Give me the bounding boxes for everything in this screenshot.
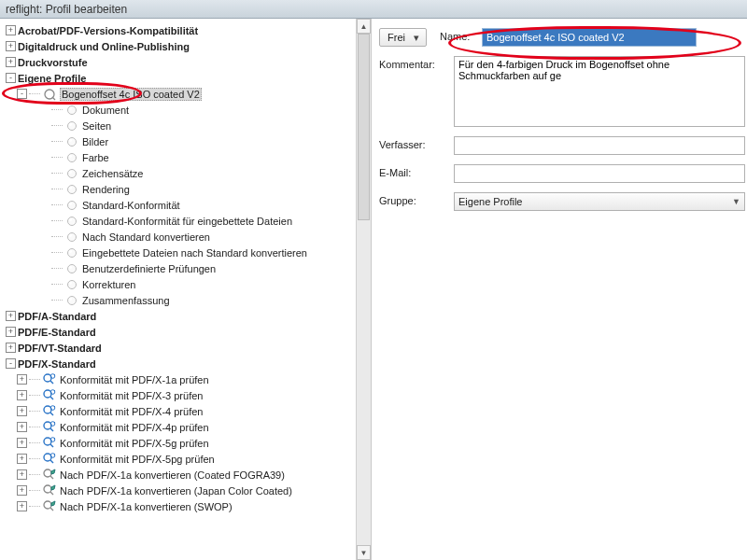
expander-icon[interactable]: +	[17, 454, 27, 464]
expander-icon[interactable]: +	[17, 406, 27, 416]
expander-icon[interactable]: +	[6, 57, 16, 67]
tree-subitem[interactable]: Seiten	[2, 118, 354, 133]
svg-point-3	[68, 121, 77, 130]
tree-subitem[interactable]: Benutzerdefinierte Prüfungen	[2, 260, 354, 276]
tree-profile[interactable]: +Nach PDF/X-1a konvertieren (SWOP)	[2, 498, 354, 514]
tree-group[interactable]: +PDF/A-Standard	[2, 308, 354, 324]
tree-group[interactable]: +Digitaldruck und Online-Publishing	[2, 38, 354, 54]
expander-icon[interactable]: +	[6, 41, 16, 51]
scroll-up-button[interactable]: ▲	[357, 19, 371, 34]
tree-item-label: Eigene Profile	[18, 73, 86, 84]
svg-point-5	[68, 137, 77, 146]
tree-group[interactable]: +Acrobat/PDF-Versions-Kompatibilität	[2, 22, 354, 38]
expander-icon[interactable]: +	[6, 25, 16, 35]
expander-icon[interactable]: +	[17, 501, 27, 511]
expander-icon[interactable]: +	[17, 374, 27, 385]
svg-point-8	[69, 155, 72, 158]
expander-icon[interactable]: +	[17, 469, 27, 480]
tree-item-label: Bilder	[82, 136, 108, 147]
bullet-icon	[64, 262, 79, 275]
svg-point-33	[44, 422, 51, 429]
tree-subitem[interactable]: Bilder	[2, 133, 354, 149]
tree-profile[interactable]: +Konformität mit PDF/X-5pg prüfen	[2, 451, 354, 467]
author-input[interactable]	[454, 136, 745, 155]
tree-item-label: Digitaldruck und Online-Publishing	[18, 41, 190, 52]
tree-item-label: Standard-Konformität für eingebettete Da…	[82, 216, 292, 227]
scroll-track[interactable]	[357, 34, 371, 545]
tree-subitem[interactable]: Nach Standard konvertieren	[2, 229, 354, 245]
tree-profile[interactable]: +Konformität mit PDF/X-3 prüfen	[2, 387, 354, 403]
bullet-icon	[64, 167, 79, 180]
check-icon	[42, 405, 57, 418]
expander-icon[interactable]: +	[6, 327, 16, 337]
group-select[interactable]: Eigene Profile ▼	[454, 192, 745, 211]
svg-point-18	[69, 234, 72, 237]
expander-icon[interactable]: +	[17, 422, 27, 432]
tree-group[interactable]: -PDF/X-Standard	[2, 356, 354, 371]
lock-state-dropdown[interactable]: Frei ▾	[379, 28, 427, 47]
tree-subitem[interactable]: Zusammenfassung	[2, 292, 354, 308]
svg-point-6	[69, 139, 72, 142]
tree-item-label: Konformität mit PDF/X-5g prüfen	[60, 438, 209, 449]
expander-icon[interactable]: +	[6, 311, 16, 321]
tree-subitem[interactable]: Eingebettete Dateien nach Standard konve…	[2, 245, 354, 260]
tree-profile[interactable]: +Nach PDF/X-1a konvertieren (Japan Color…	[2, 483, 354, 498]
svg-point-16	[69, 218, 72, 221]
tree-profile[interactable]: +Konformität mit PDF/X-4 prüfen	[2, 403, 354, 419]
tree-subitem[interactable]: Zeichensätze	[2, 165, 354, 181]
tree-profile[interactable]: +Nach PDF/X-1a konvertieren (Coated FOGR…	[2, 467, 354, 483]
tree-profile[interactable]: +Konformität mit PDF/X-4p prüfen	[2, 419, 354, 435]
tree-item-label: Druckvorstufe	[18, 57, 88, 68]
tree-subitem[interactable]: Korrekturen	[2, 276, 354, 292]
tree-group[interactable]: +Druckvorstufe	[2, 54, 354, 70]
svg-point-31	[44, 406, 51, 413]
tree-profile[interactable]: +Konformität mit PDF/X-1a prüfen	[2, 371, 354, 387]
expander-icon[interactable]: +	[17, 438, 27, 448]
fix-icon	[42, 484, 57, 497]
tree-group[interactable]: +PDF/VT-Standard	[2, 340, 354, 356]
svg-point-7	[68, 153, 77, 161]
expander-icon[interactable]: -	[17, 89, 27, 99]
name-input[interactable]	[482, 28, 697, 47]
tree-profile[interactable]: +Konformität mit PDF/X-5g prüfen	[2, 435, 354, 451]
tree-subitem[interactable]: Standard-Konformität für eingebettete Da…	[2, 213, 354, 229]
tree-item-label: Bogenoffset 4c ISO coated V2	[60, 88, 202, 101]
tree-item-label: Konformität mit PDF/X-5pg prüfen	[60, 454, 215, 465]
bullet-icon	[64, 199, 79, 212]
tree-group[interactable]: -Eigene Profile	[2, 70, 354, 86]
tree-item-label: Korrekturen	[82, 279, 135, 290]
tree-subitem[interactable]: Dokument	[2, 102, 354, 118]
tree-scrollbar[interactable]: ▲ ▼	[356, 19, 371, 560]
window-title: reflight: Profil bearbeiten	[0, 0, 747, 19]
tree-item-label: Acrobat/PDF-Versions-Kompatibilität	[18, 25, 198, 36]
tree-group[interactable]: +PDF/E-Standard	[2, 324, 354, 340]
svg-point-12	[69, 187, 72, 189]
comment-textarea[interactable]	[454, 56, 745, 127]
scroll-down-button[interactable]: ▼	[357, 545, 371, 560]
tree-item-label: Benutzerdefinierte Prüfungen	[82, 263, 216, 274]
bullet-icon	[64, 278, 79, 291]
tree-profile[interactable]: -Bogenoffset 4c ISO coated V2	[2, 86, 354, 102]
scroll-thumb[interactable]	[358, 34, 370, 220]
svg-point-4	[69, 123, 72, 126]
form-pane: Frei ▾ Name: Kommentar: Verfasser: E-Mai…	[372, 19, 747, 560]
svg-point-37	[44, 454, 51, 461]
tree-subitem[interactable]: Standard-Konformität	[2, 197, 354, 213]
expander-icon[interactable]: -	[6, 358, 16, 369]
tree-subitem[interactable]: Farbe	[2, 149, 354, 165]
expander-icon[interactable]: +	[17, 390, 27, 400]
check-icon	[42, 373, 57, 386]
main-area: +Acrobat/PDF-Versions-Kompatibilität+Dig…	[0, 19, 747, 560]
profile-tree[interactable]: +Acrobat/PDF-Versions-Kompatibilität+Dig…	[0, 19, 356, 560]
tree-item-label: PDF/A-Standard	[18, 311, 96, 322]
email-input[interactable]	[454, 164, 745, 183]
tree-subitem[interactable]: Rendering	[2, 181, 354, 197]
svg-point-26	[69, 298, 72, 301]
svg-point-14	[69, 203, 72, 205]
bullet-icon	[64, 294, 79, 307]
name-label: Name:	[440, 28, 482, 42]
expander-icon[interactable]: +	[6, 343, 16, 353]
expander-icon[interactable]: -	[6, 73, 16, 83]
expander-icon[interactable]: +	[17, 485, 27, 496]
bullet-icon	[64, 119, 79, 133]
